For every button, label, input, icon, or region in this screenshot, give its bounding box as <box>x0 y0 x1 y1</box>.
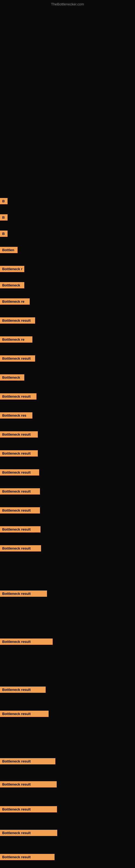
bottleneck-result-item: Bottleneck result <box>0 317 35 323</box>
bottleneck-result-item: Bottleneck res <box>0 412 32 418</box>
bottleneck-result-item: Bottleneck result <box>0 806 57 812</box>
bottleneck-result-item: Bottleneck result <box>0 431 38 437</box>
bottleneck-result-item: Bottleneck result <box>0 526 41 532</box>
bottleneck-result-item: Bottleneck result <box>0 639 53 645</box>
bottleneck-result-item: Bottleneck result <box>0 507 40 514</box>
bottleneck-result-item: Bottleneck <box>0 282 24 288</box>
bottleneck-result-item: Bottleneck result <box>0 545 41 552</box>
bottleneck-result-item: Bottleneck result <box>0 450 38 457</box>
bottleneck-result-item: B <box>0 230 8 237</box>
bottleneck-result-item: Bottleneck result <box>0 393 37 400</box>
bottleneck-result-item: Bottleneck re <box>0 299 30 305</box>
bottleneck-result-item: Bottleneck r <box>0 266 24 272</box>
bottleneck-result-item: B <box>0 214 8 220</box>
bottleneck-result-item: Bottleneck result <box>0 469 39 475</box>
bottleneck-result-item: Bottlen <box>0 247 17 253</box>
bottleneck-result-item: Bottleneck result <box>0 781 57 787</box>
bottleneck-result-item: Bottleneck result <box>0 854 54 860</box>
bottleneck-result-item: Bottleneck result <box>0 355 35 362</box>
bottleneck-result-item: Bottleneck re <box>0 336 32 343</box>
bottleneck-result-item: B <box>0 198 8 204</box>
bottleneck-result-item: Bottleneck result <box>0 830 57 836</box>
site-title: TheBottlenecker.com <box>51 2 84 6</box>
bottleneck-result-item: Bottleneck result <box>0 686 46 693</box>
bottleneck-result-item: Bottleneck result <box>0 488 40 495</box>
bottleneck-result-item: Bottleneck <box>0 374 24 380</box>
bottleneck-result-item: Bottleneck result <box>0 758 55 764</box>
bottleneck-result-item: Bottleneck result <box>0 711 49 717</box>
bottleneck-result-item: Bottleneck result <box>0 590 47 597</box>
